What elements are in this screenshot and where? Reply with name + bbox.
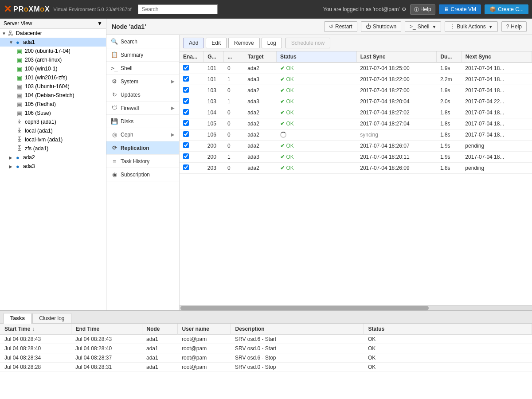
create-ct-button[interactable]: 📦 Create C... <box>485 4 528 14</box>
col-header-dur[interactable]: Du... <box>437 51 462 63</box>
menu-item-subscription[interactable]: ◉ Subscription <box>106 168 179 181</box>
storage-icon-zfs: 🗄 <box>16 145 23 152</box>
col-header-start-time[interactable]: Start Time ↓ <box>0 324 71 335</box>
task-row[interactable]: Jul 04 08:28:40Jul 04 08:28:40ada1root@p… <box>0 344 532 353</box>
log-button[interactable]: Log <box>262 38 282 48</box>
col-header-status[interactable]: Status <box>364 324 532 335</box>
menu-item-search[interactable]: 🔍 Search <box>106 35 179 48</box>
checkmark-icon: ✔ <box>280 143 285 149</box>
table-row[interactable]: 2001ada3✔ OK2017-07-04 18:20:111.9s2017-… <box>180 152 532 163</box>
cell-enabled[interactable] <box>180 74 204 85</box>
menu-item-updates[interactable]: ↻ Updates <box>106 88 179 102</box>
table-row[interactable]: 1011ada3✔ OK2017-07-04 18:22:002.2m2017-… <box>180 74 532 85</box>
col-header-node[interactable]: Node <box>142 324 177 335</box>
col-header-target[interactable]: Target <box>244 51 276 63</box>
col-header-guest[interactable]: G... <box>204 51 224 63</box>
cell-status: ✔ OK <box>277 107 357 118</box>
cell-enabled[interactable] <box>180 129 204 141</box>
table-row[interactable]: 1040ada2✔ OK2017-07-04 18:27:021.8s2017-… <box>180 107 532 118</box>
tree-arrow-ada3: ▶ <box>9 164 14 169</box>
task-row[interactable]: Jul 04 08:28:34Jul 04 08:28:37ada1root@p… <box>0 353 532 363</box>
sidebar-item-zfs[interactable]: 🗄 zfs (ada1) <box>0 144 106 153</box>
cell-node: ada1 <box>142 344 177 353</box>
bulk-actions-button[interactable]: ⋮ Bulk Actions ▼ <box>445 21 497 32</box>
sidebar-item-ada1[interactable]: ▼ ● ada1 <box>0 38 106 47</box>
menu-item-disks[interactable]: 💾 Disks <box>106 115 179 128</box>
sidebar-item-ada3[interactable]: ▶ ● ada3 <box>0 162 106 171</box>
create-vm-button[interactable]: 🖥 Create VM <box>439 4 481 14</box>
menu-item-firewall[interactable]: 🛡 Firewall ▶ <box>106 102 179 115</box>
col-header-enabled[interactable]: Ena... <box>180 51 204 63</box>
cell-enabled[interactable] <box>180 63 204 74</box>
tab-cluster-log[interactable]: Cluster log <box>32 313 71 323</box>
sidebar-item-106[interactable]: ▣ 106 (Suse) <box>0 109 106 117</box>
edit-button[interactable]: Edit <box>206 38 227 48</box>
restart-button[interactable]: ↺ Restart <box>324 21 357 32</box>
vm-icon-101: ▣ <box>16 74 23 81</box>
shell-button[interactable]: >_ Shell ▼ <box>405 21 441 32</box>
sidebar-item-104[interactable]: ▣ 104 (Debian-Stretch) <box>0 91 106 100</box>
node-help-button[interactable]: ? Help <box>501 21 527 32</box>
menu-item-summary[interactable]: 📋 Summary <box>106 48 179 62</box>
cell-lastsync: 2017-07-04 18:20:11 <box>356 152 437 163</box>
gear-icon[interactable]: ⚙ <box>402 6 407 12</box>
cell-enabled[interactable] <box>180 85 204 96</box>
tasks-table-container[interactable]: Start Time ↓ End Time Node User name Des… <box>0 324 532 399</box>
sidebar-item-101[interactable]: ▣ 101 (win2016-zfs) <box>0 73 106 82</box>
cell-enabled[interactable] <box>180 96 204 107</box>
sidebar-item-200[interactable]: ▣ 200 (ubuntu-17-04) <box>0 47 106 55</box>
add-button[interactable]: Add <box>183 38 204 48</box>
task-row[interactable]: Jul 04 08:28:28Jul 04 08:28:31ada1root@p… <box>0 363 532 372</box>
sidebar-item-datacenter[interactable]: ▼ 🖧 Datacenter <box>0 29 106 38</box>
table-row[interactable]: 1060ada2syncing1.8s2017-07-04 18... <box>180 129 532 141</box>
table-row[interactable]: 1031ada3✔ OK2017-07-04 18:20:042.0s2017-… <box>180 96 532 107</box>
table-row[interactable]: 1010ada2✔ OK2017-07-04 18:25:001.9s2017-… <box>180 63 532 74</box>
cell-nextsync: 2017-07-04 18... <box>462 63 532 74</box>
table-row[interactable]: 2000ada2✔ OK2017-07-04 18:26:071.9spendi… <box>180 141 532 152</box>
col-header-dots[interactable]: ... <box>224 51 244 63</box>
cell-guest: 105 <box>204 118 224 129</box>
cell-enabled[interactable] <box>180 152 204 163</box>
horizontal-scrollbar[interactable] <box>180 305 532 310</box>
search-input[interactable] <box>138 4 218 14</box>
task-row[interactable]: Jul 04 08:28:43Jul 04 08:28:43ada1root@p… <box>0 335 532 344</box>
sidebar-item-100[interactable]: ▣ 100 (win10-1) <box>0 64 106 73</box>
sidebar-item-203[interactable]: ▣ 203 (arch-linux) <box>0 55 106 64</box>
cell-enabled[interactable] <box>180 163 204 174</box>
menu-item-shell[interactable]: >_ Shell <box>106 62 179 75</box>
cell-enabled[interactable] <box>180 118 204 129</box>
sidebar-item-103[interactable]: ▣ 103 (Ubuntu-1604) <box>0 82 106 91</box>
sidebar-item-ceph3[interactable]: 🗄 ceph3 (ada1) <box>0 117 106 126</box>
cell-lastsync: syncing <box>356 129 437 141</box>
replication-table-container[interactable]: Ena... G... ... Target Status Last Sync … <box>180 51 532 305</box>
tab-tasks[interactable]: Tasks <box>4 313 31 324</box>
sidebar-item-local-lvm[interactable]: 🗄 local-lvm (ada1) <box>0 135 106 144</box>
col-header-description[interactable]: Description <box>231 324 364 335</box>
schedule-now-button[interactable]: Schedule now <box>286 38 330 48</box>
remove-button[interactable]: Remove <box>228 38 260 48</box>
menu-item-replication[interactable]: ⟳ Replication <box>106 141 179 155</box>
cell-enabled[interactable] <box>180 107 204 118</box>
col-header-nextsync[interactable]: Next Sync <box>462 51 532 63</box>
cell-enabled[interactable] <box>180 141 204 152</box>
col-header-end-time[interactable]: End Time <box>71 324 142 335</box>
sidebar-item-ada2[interactable]: ▶ ● ada2 <box>0 153 106 162</box>
col-header-user[interactable]: User name <box>177 324 231 335</box>
shutdown-button[interactable]: ⏻ Shutdown <box>361 21 401 32</box>
cell-status: ✔ OK <box>277 152 357 163</box>
sidebar-item-local[interactable]: 🗄 local (ada1) <box>0 126 106 135</box>
col-header-lastsync[interactable]: Last Sync <box>356 51 437 63</box>
table-row[interactable]: 1030ada2✔ OK2017-07-04 18:27:001.9s2017-… <box>180 85 532 96</box>
help-info-button[interactable]: ⓘ Help <box>410 4 435 15</box>
menu-item-ceph[interactable]: ◎ Ceph ▶ <box>106 128 179 141</box>
scroll-thumb[interactable] <box>180 306 429 310</box>
sidebar-item-105[interactable]: ▣ 105 (Redhat) <box>0 100 106 109</box>
server-view-dropdown-icon[interactable]: ▼ <box>97 20 102 27</box>
cell-target: ada3 <box>244 74 276 85</box>
menu-item-system[interactable]: ⚙ System ▶ <box>106 75 179 88</box>
cell-num: 0 <box>224 107 244 118</box>
menu-item-task-history[interactable]: ≡ Task History <box>106 155 179 168</box>
table-row[interactable]: 2030ada2✔ OK2017-07-04 18:26:091.8spendi… <box>180 163 532 174</box>
table-row[interactable]: 1050ada2✔ OK2017-07-04 18:27:041.8s2017-… <box>180 118 532 129</box>
col-header-status[interactable]: Status <box>277 51 357 63</box>
